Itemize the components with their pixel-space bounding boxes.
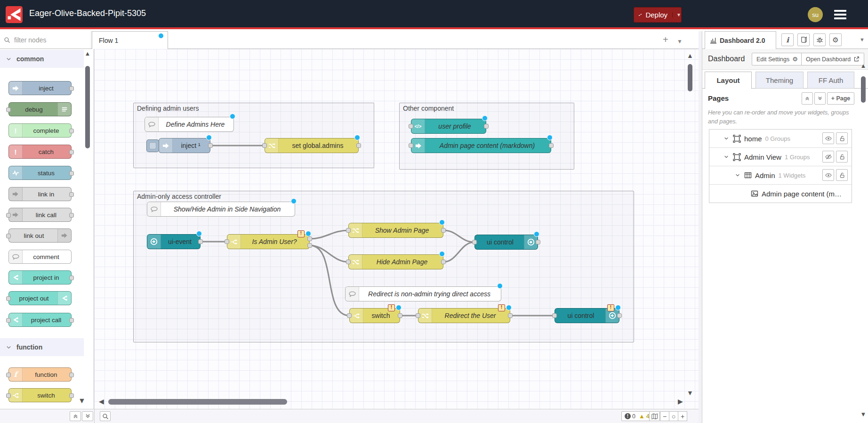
- scroll-down-icon[interactable]: ▼: [860, 411, 867, 418]
- zoom-out-button[interactable]: −: [660, 411, 669, 421]
- node-ui-control-1[interactable]: ui control: [474, 235, 538, 250]
- visibility-toggle[interactable]: [822, 132, 834, 144]
- input-port[interactable]: [225, 239, 229, 244]
- palette-node-project-out[interactable]: project out: [8, 291, 72, 305]
- zoom-reset-button[interactable]: ○: [669, 411, 678, 421]
- tab-theming[interactable]: Theming: [755, 72, 804, 89]
- input-port[interactable]: [416, 313, 420, 318]
- input-port[interactable]: [6, 373, 11, 377]
- collapse-all-pages-button[interactable]: [802, 92, 813, 105]
- node-ui-event[interactable]: ui-event: [147, 234, 201, 249]
- input-port[interactable]: [6, 318, 11, 323]
- config-tab-button[interactable]: ⚙: [829, 33, 842, 46]
- input-port[interactable]: [346, 260, 351, 264]
- hscroll-left-icon[interactable]: ◀: [99, 398, 104, 405]
- node-comment-show-hide-admin[interactable]: Show/Hide Admin in Side Navigation: [147, 202, 295, 217]
- node-switch-is-admin-user[interactable]: Is Admin User? !: [227, 234, 310, 249]
- node-ui-control-2[interactable]: ui control !: [555, 308, 619, 323]
- palette-search[interactable]: [0, 31, 91, 49]
- visibility-toggle[interactable]: [822, 169, 834, 181]
- palette-node-comment[interactable]: comment: [8, 250, 72, 264]
- output-port[interactable]: [69, 393, 74, 398]
- input-port[interactable]: [262, 143, 267, 148]
- tab-dashboard-2[interactable]: Dashboard 2.0: [705, 31, 776, 49]
- output-port[interactable]: [356, 143, 361, 148]
- input-port[interactable]: [347, 313, 352, 318]
- output-port[interactable]: [484, 124, 489, 129]
- node-ui-markdown-admin-page-content[interactable]: Admin page content (markdown): [411, 138, 551, 153]
- palette-node-status[interactable]: status: [8, 166, 72, 180]
- edit-settings-button[interactable]: Edit Settings ⚙: [752, 53, 803, 65]
- lock-toggle[interactable]: [836, 151, 848, 163]
- sidebar-scroll-thumb[interactable]: [861, 76, 866, 103]
- lock-toggle[interactable]: [836, 169, 848, 181]
- output-port[interactable]: [208, 143, 213, 148]
- scroll-up-icon[interactable]: ▲: [860, 62, 867, 69]
- output-port[interactable]: [198, 239, 203, 244]
- expand-all-pages-button[interactable]: [814, 92, 826, 105]
- help-tab-button[interactable]: [797, 33, 810, 46]
- node-change-redirect-the-user[interactable]: Redirect the User !: [418, 308, 510, 323]
- canvas-hscroll-thumb[interactable]: [108, 399, 287, 405]
- user-avatar[interactable]: su: [808, 7, 823, 22]
- input-port[interactable]: [346, 228, 351, 233]
- input-port[interactable]: [472, 240, 477, 244]
- palette-node-link-in[interactable]: link in: [8, 187, 72, 201]
- output-port[interactable]: [69, 150, 74, 155]
- palette-node-debug[interactable]: debug: [8, 102, 72, 116]
- canvas-vscroll-thumb[interactable]: [688, 64, 692, 91]
- main-menu-button[interactable]: [834, 10, 846, 19]
- output-port-1[interactable]: [307, 236, 312, 241]
- sidebar-scrollbar[interactable]: ▲ ▼: [860, 52, 867, 423]
- input-port[interactable]: [6, 107, 11, 112]
- output-port[interactable]: [69, 171, 74, 176]
- palette-node-function[interactable]: f function: [8, 367, 72, 382]
- output-port[interactable]: [536, 240, 540, 244]
- scroll-down-icon[interactable]: ▼: [78, 397, 86, 405]
- tab-flow-1[interactable]: Flow 1: [92, 31, 168, 49]
- output-port[interactable]: [69, 192, 74, 197]
- palette-category-function[interactable]: function: [0, 338, 84, 356]
- lock-toggle[interactable]: [836, 132, 848, 144]
- output-port-2[interactable]: [307, 243, 312, 248]
- palette-node-link-call[interactable]: link call: [8, 208, 72, 222]
- sidebar-tabs-caret-icon[interactable]: ▼: [860, 37, 865, 42]
- inject-trigger-button[interactable]: [146, 139, 159, 152]
- node-comment-redirect-non-admin[interactable]: Redirect is non-admin trying direct acce…: [345, 286, 501, 301]
- group-defining-admin-users[interactable]: Defining admin users: [133, 103, 374, 168]
- tree-row-home[interactable]: home 0 Groups: [709, 130, 852, 148]
- input-port[interactable]: [6, 234, 11, 238]
- vscroll-up-icon[interactable]: ▲: [687, 52, 693, 59]
- node-change-show-admin-page[interactable]: Show Admin Page: [348, 223, 443, 238]
- palette-node-project-call[interactable]: project call: [8, 313, 72, 327]
- zoom-in-button[interactable]: +: [678, 411, 687, 421]
- output-port[interactable]: [441, 260, 446, 264]
- node-change-set-global-admins[interactable]: set global.admins: [265, 138, 359, 153]
- hscroll-right-icon[interactable]: ▶: [678, 398, 683, 405]
- notifications-counts[interactable]: ! 0 ▲ 4: [621, 411, 653, 421]
- debug-tab-button[interactable]: [813, 33, 826, 46]
- input-port[interactable]: [409, 124, 413, 129]
- scroll-up-icon[interactable]: ▲: [84, 50, 91, 57]
- palette-collapse-all-button[interactable]: [70, 411, 81, 421]
- tree-row-admin-group[interactable]: Admin 1 Widgets: [709, 166, 852, 185]
- output-port[interactable]: [69, 318, 74, 323]
- output-port[interactable]: [508, 313, 513, 318]
- palette-node-inject[interactable]: inject: [8, 81, 72, 95]
- tab-layout[interactable]: Layout: [705, 72, 752, 89]
- add-page-button[interactable]: + Page: [827, 92, 854, 105]
- node-change-hide-admin-page[interactable]: Hide Admin Page: [348, 254, 443, 269]
- palette-node-project-in[interactable]: project in: [8, 270, 72, 285]
- palette-node-switch[interactable]: switch: [8, 388, 72, 402]
- palette-node-link-out[interactable]: link out: [8, 228, 72, 243]
- flow-canvas[interactable]: Defining admin users Other component Adm…: [94, 49, 699, 409]
- input-port[interactable]: [409, 143, 413, 148]
- output-port[interactable]: [69, 276, 74, 280]
- palette-expand-all-button[interactable]: [82, 411, 93, 421]
- canvas-search-button[interactable]: [100, 411, 111, 421]
- sidebar-splitter[interactable]: [699, 31, 702, 423]
- palette-node-complete[interactable]: ! complete: [8, 123, 72, 138]
- open-dashboard-button[interactable]: Open Dashboard: [801, 53, 864, 65]
- info-tab-button[interactable]: i: [781, 33, 794, 46]
- palette-category-common[interactable]: common: [0, 50, 84, 68]
